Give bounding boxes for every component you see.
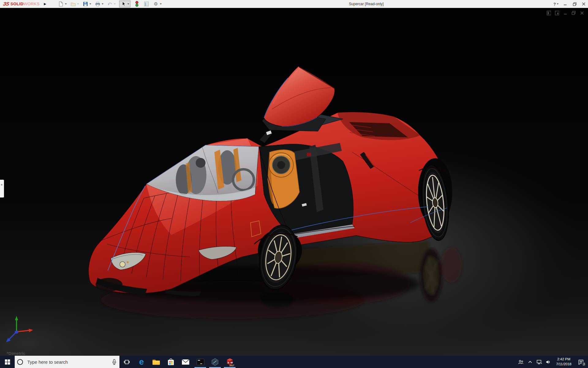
close-button[interactable] xyxy=(581,2,586,6)
select-dropdown[interactable] xyxy=(127,3,129,5)
edge-icon: e xyxy=(139,358,144,366)
search-input[interactable]: Type here to search xyxy=(15,356,119,368)
speaker-icon xyxy=(546,360,551,364)
minimize-document-button[interactable] xyxy=(563,11,567,15)
feature-panel-collapsed-tab[interactable] xyxy=(0,180,4,197)
command-prompt-icon xyxy=(197,359,204,365)
select-tool-button[interactable] xyxy=(120,1,126,7)
taskbar-item-solidworks[interactable]: S W 2017 xyxy=(222,356,237,368)
open-dropdown[interactable] xyxy=(77,3,79,5)
network-icon xyxy=(537,360,542,364)
open-folder-icon xyxy=(70,1,76,7)
mail-icon xyxy=(182,359,190,365)
undo-icon xyxy=(107,1,113,7)
people-button[interactable] xyxy=(517,356,525,368)
close-icon xyxy=(582,2,586,6)
chevron-up-icon xyxy=(528,360,532,363)
rebuild-traffic-light-icon xyxy=(135,1,139,7)
search-placeholder: Type here to search xyxy=(27,359,112,365)
file-properties-icon xyxy=(144,1,149,7)
cortana-icon xyxy=(17,359,23,365)
graphics-area: *Dimetric xyxy=(0,8,588,356)
minimize-document-icon xyxy=(564,11,567,15)
people-icon xyxy=(518,360,523,364)
minimize-button[interactable] xyxy=(563,2,568,6)
task-view-button[interactable] xyxy=(119,356,134,368)
clock-time: 2:42 PM xyxy=(557,357,570,362)
ds-logo-icon: ЗS xyxy=(2,1,9,7)
action-center-button[interactable]: 3 xyxy=(575,356,587,368)
gear-icon: ⚙ xyxy=(154,2,158,6)
windows-start-icon xyxy=(5,359,10,365)
svg-text:2017: 2017 xyxy=(229,364,234,366)
undo-dropdown[interactable] xyxy=(114,3,116,5)
options-button[interactable]: ⚙ xyxy=(153,1,159,7)
pane-toggle-right-button[interactable] xyxy=(555,11,559,15)
hexagon-app-icon xyxy=(211,358,219,366)
notification-badge: 3 xyxy=(582,362,586,366)
task-view-icon xyxy=(124,359,130,365)
file-explorer-icon xyxy=(152,358,160,365)
restore-icon xyxy=(573,2,577,6)
taskbar-item-file-explorer[interactable] xyxy=(149,356,164,368)
save-dropdown[interactable] xyxy=(89,3,91,5)
rebuild-button[interactable] xyxy=(134,1,140,7)
quick-access-toolbar: ⚙ xyxy=(58,0,165,8)
show-hidden-icons-button[interactable] xyxy=(526,356,534,368)
new-dropdown[interactable] xyxy=(65,3,67,5)
clock-date: 7/11/2018 xyxy=(556,362,571,367)
svg-text:S: S xyxy=(228,361,229,364)
pane-toggle-right-icon xyxy=(555,11,559,15)
window-controls: ? xyxy=(553,0,586,8)
help-button[interactable]: ? xyxy=(553,2,559,6)
help-icon: ? xyxy=(553,2,556,6)
new-document-icon xyxy=(58,1,64,7)
system-tray: 2:42 PM 7/11/2018 3 xyxy=(517,356,588,368)
open-button[interactable] xyxy=(70,1,76,7)
3d-viewport[interactable] xyxy=(0,8,588,356)
save-button[interactable] xyxy=(82,1,89,7)
close-document-icon xyxy=(580,11,584,15)
restore-document-icon xyxy=(571,11,576,15)
select-tool-active xyxy=(119,1,130,7)
solidworks-2017-icon: S W 2017 xyxy=(225,358,234,366)
pane-toggle-left-button[interactable] xyxy=(547,11,551,15)
windows-taskbar: Type here to search e xyxy=(0,356,588,368)
help-dropdown[interactable] xyxy=(557,3,559,5)
pane-toggle-left-icon xyxy=(547,11,551,15)
options-dropdown[interactable] xyxy=(160,3,162,5)
file-properties-button[interactable] xyxy=(143,1,149,7)
close-document-button[interactable] xyxy=(580,11,584,15)
document-window-controls xyxy=(547,11,584,15)
print-icon xyxy=(95,1,100,7)
title-bar: ЗS SOLIDWORKS ▶ xyxy=(0,0,588,8)
microphone-icon[interactable] xyxy=(112,359,116,365)
brand-solid: SOLID xyxy=(10,2,24,6)
panel-tab-dot-icon xyxy=(1,184,2,186)
taskbar-item-hexagon-app[interactable] xyxy=(208,356,222,368)
save-floppy-icon xyxy=(83,1,88,7)
volume-button[interactable] xyxy=(545,356,552,368)
undo-button[interactable] xyxy=(107,1,113,7)
restore-document-button[interactable] xyxy=(571,11,576,15)
brand-works: WORKS xyxy=(24,2,40,6)
taskbar-item-command-prompt[interactable] xyxy=(193,356,208,368)
view-orientation-label: *Dimetric xyxy=(7,351,25,356)
taskbar-item-edge[interactable]: e xyxy=(134,356,149,368)
orientation-triad xyxy=(2,315,36,348)
network-button[interactable] xyxy=(535,356,543,368)
new-document-button[interactable] xyxy=(58,1,64,7)
print-button[interactable] xyxy=(95,1,101,7)
print-dropdown[interactable] xyxy=(102,3,104,5)
menu-flyout-icon[interactable]: ▶ xyxy=(44,2,46,6)
minimize-icon xyxy=(564,2,567,6)
clock[interactable]: 2:42 PM 7/11/2018 xyxy=(554,357,574,366)
restore-button[interactable] xyxy=(572,2,577,6)
solidworks-logo: ЗS SOLIDWORKS xyxy=(0,0,40,8)
select-cursor-icon xyxy=(121,1,126,7)
taskbar-item-mail[interactable] xyxy=(178,356,193,368)
start-button[interactable] xyxy=(0,356,15,368)
solidworks-window: ЗS SOLIDWORKS ▶ xyxy=(0,0,588,368)
taskbar-item-store[interactable] xyxy=(164,356,178,368)
store-icon xyxy=(167,358,175,366)
